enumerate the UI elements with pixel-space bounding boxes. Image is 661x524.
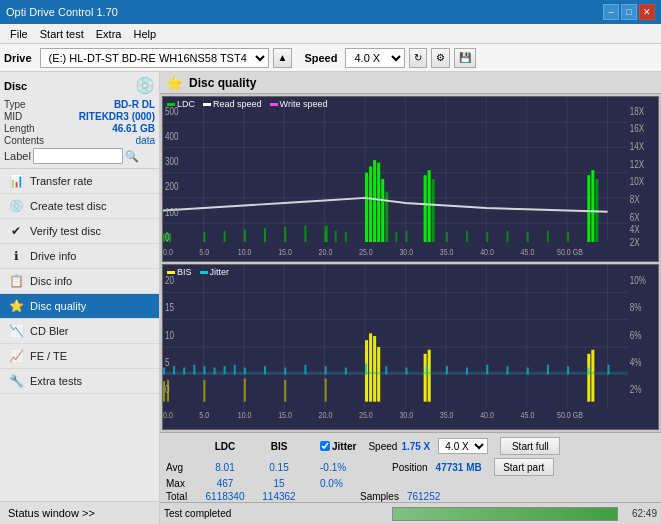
eject-button[interactable]: ▲: [273, 48, 293, 68]
transfer-rate-icon: 📊: [8, 174, 24, 188]
svg-text:30.0: 30.0: [399, 409, 413, 420]
sidebar-item-extra-tests[interactable]: 🔧 Extra tests: [0, 369, 159, 394]
progress-area: Test completed 62:49: [160, 502, 661, 524]
svg-text:50.0 GB: 50.0 GB: [557, 247, 583, 257]
svg-rect-131: [547, 365, 549, 375]
disc-panel: Disc 💿 Type BD-R DL MID RITEKDR3 (000) L…: [0, 72, 159, 169]
total-bis: 114362: [254, 491, 304, 502]
svg-rect-107: [163, 372, 628, 375]
start-part-button[interactable]: Start part: [494, 458, 554, 476]
menu-extra[interactable]: Extra: [90, 27, 128, 41]
svg-text:10.0: 10.0: [238, 409, 252, 420]
svg-rect-50: [567, 232, 569, 242]
sidebar-item-drive-info[interactable]: ℹ Drive info: [0, 244, 159, 269]
sidebar-item-cd-bler[interactable]: 📉 CD Bler: [0, 319, 159, 344]
status-window-label: Status window >>: [8, 507, 95, 519]
svg-text:25.0: 25.0: [359, 409, 373, 420]
menu-file[interactable]: File: [4, 27, 34, 41]
menu-bar: File Start test Extra Help: [0, 24, 661, 44]
svg-text:10%: 10%: [630, 274, 647, 287]
disc-length-row: Length 46.61 GB: [4, 123, 155, 134]
maximize-button[interactable]: □: [621, 4, 637, 20]
jitter-legend-item: Jitter: [200, 267, 230, 277]
svg-rect-43: [405, 231, 407, 242]
svg-rect-0: [163, 97, 658, 261]
sidebar-item-verify-test-disc[interactable]: ✔ Verify test disc: [0, 219, 159, 244]
speed-select[interactable]: 4.0 X: [345, 48, 405, 68]
svg-rect-48: [527, 232, 529, 242]
svg-text:100: 100: [165, 207, 178, 218]
save-button[interactable]: 💾: [454, 48, 476, 68]
svg-rect-132: [567, 366, 569, 374]
max-label: Max: [166, 478, 196, 489]
speed-select-stats[interactable]: 4.0 X: [438, 438, 488, 454]
extra-tests-icon: 🔧: [8, 374, 24, 388]
svg-rect-25: [304, 226, 306, 242]
svg-text:0: 0: [165, 232, 169, 243]
svg-rect-21: [224, 231, 226, 242]
speed-label: Speed: [304, 52, 337, 64]
max-bis: 15: [254, 478, 304, 489]
disc-label-label: Label: [4, 150, 31, 162]
ldc-chart-legend: LDC Read speed Write speed: [167, 99, 327, 109]
svg-rect-95: [203, 380, 205, 402]
svg-rect-111: [193, 365, 195, 375]
drive-label: Drive: [4, 52, 32, 64]
menu-help[interactable]: Help: [127, 27, 162, 41]
start-full-button[interactable]: Start full: [500, 437, 560, 455]
svg-rect-28: [369, 166, 372, 242]
sidebar-item-label: Verify test disc: [30, 225, 101, 237]
svg-text:2X: 2X: [630, 237, 640, 248]
svg-rect-40: [335, 231, 337, 242]
title-bar: Opti Drive Control 1.70 – □ ✕: [0, 0, 661, 24]
svg-rect-39: [325, 232, 327, 242]
speed-val-stats: 1.75 X: [401, 441, 430, 452]
status-window-nav[interactable]: Status window >>: [0, 501, 159, 524]
disc-label-row: Label 🔍: [4, 148, 155, 164]
menu-start-test[interactable]: Start test: [34, 27, 90, 41]
sidebar-item-disc-quality[interactable]: ⭐ Disc quality: [0, 294, 159, 319]
disc-length-value: 46.61 GB: [112, 123, 155, 134]
sidebar-item-label: Disc info: [30, 275, 72, 287]
sidebar-item-transfer-rate[interactable]: 📊 Transfer rate: [0, 169, 159, 194]
ldc-legend-item: LDC: [167, 99, 195, 109]
sidebar-item-fe-te[interactable]: 📈 FE / TE: [0, 344, 159, 369]
stats-bar: LDC BIS Jitter Speed 1.75 X 4.0 X Start …: [160, 432, 661, 502]
svg-rect-120: [325, 366, 327, 374]
avg-bis: 0.15: [254, 462, 304, 473]
close-button[interactable]: ✕: [639, 4, 655, 20]
svg-rect-23: [264, 228, 266, 242]
fe-te-icon: 📈: [8, 349, 24, 363]
refresh-button[interactable]: ↻: [409, 48, 427, 68]
position-label: Position: [392, 462, 428, 473]
minimize-button[interactable]: –: [603, 4, 619, 20]
svg-text:14X: 14X: [630, 141, 644, 152]
disc-label-input[interactable]: [33, 148, 123, 164]
disc-type-value: BD-R DL: [114, 99, 155, 110]
svg-text:15.0: 15.0: [278, 247, 292, 257]
jitter-checkbox[interactable]: [320, 441, 330, 451]
svg-rect-109: [173, 366, 175, 374]
svg-text:8%: 8%: [630, 301, 642, 314]
cd-bler-icon: 📉: [8, 324, 24, 338]
svg-rect-41: [345, 232, 347, 242]
svg-text:5.0: 5.0: [199, 247, 209, 257]
drive-bar: Drive (E:) HL-DT-ST BD-RE WH16NS58 TST4 …: [0, 44, 661, 72]
svg-rect-125: [426, 365, 428, 375]
disc-mid-value: RITEKDR3 (000): [79, 111, 155, 122]
svg-rect-30: [377, 163, 380, 242]
svg-rect-100: [369, 333, 372, 401]
svg-rect-101: [373, 336, 376, 402]
svg-text:20.0: 20.0: [319, 409, 333, 420]
bis-legend-label: BIS: [177, 267, 192, 277]
drive-select[interactable]: (E:) HL-DT-ST BD-RE WH16NS58 TST4: [40, 48, 269, 68]
settings-button[interactable]: ⚙: [431, 48, 450, 68]
svg-rect-44: [446, 232, 448, 242]
svg-text:45.0: 45.0: [521, 409, 535, 420]
svg-text:0.0: 0.0: [163, 409, 173, 420]
sidebar-item-create-test-disc[interactable]: 💿 Create test disc: [0, 194, 159, 219]
svg-rect-129: [506, 366, 508, 374]
svg-rect-103: [424, 354, 427, 402]
svg-text:18X: 18X: [630, 106, 644, 117]
sidebar-item-disc-info[interactable]: 📋 Disc info: [0, 269, 159, 294]
